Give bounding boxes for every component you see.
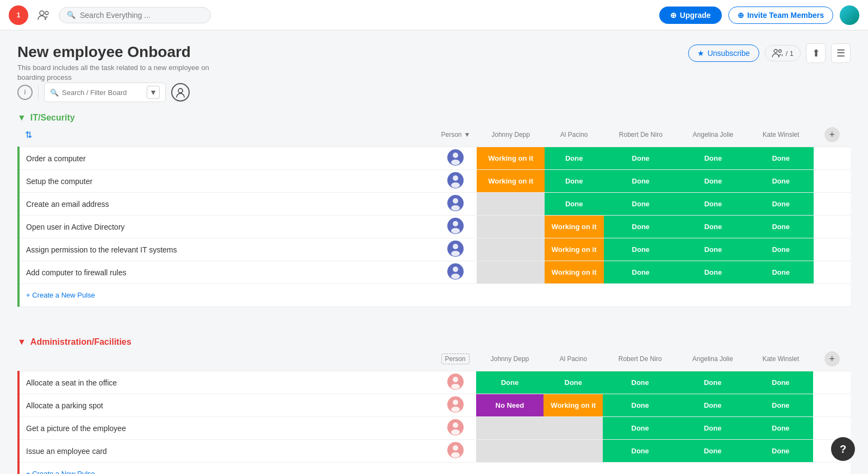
task-cell[interactable]: Assign permission to the relevant IT sys…	[18, 238, 435, 261]
status-cell[interactable]: Done	[604, 193, 678, 216]
admin-task-col-header	[18, 347, 435, 371]
status-cell[interactable]: Done	[678, 147, 748, 170]
page-content: New employee Onboard This board includes…	[0, 30, 868, 474]
person-avatar-cell[interactable]	[435, 147, 477, 170]
status-cell[interactable]	[544, 440, 603, 463]
status-cell[interactable]: Working on it	[545, 216, 604, 238]
group-admin-chevron[interactable]: ▼	[17, 337, 26, 347]
status-cell[interactable]: Done	[677, 394, 748, 417]
status-cell[interactable]: Done	[476, 371, 544, 394]
person-avatar-cell[interactable]	[435, 417, 476, 440]
status-cell[interactable]: No Need	[476, 394, 544, 417]
create-pulse-btn[interactable]: + Create a New Pulse	[18, 284, 851, 307]
status-cell[interactable]: Working on it	[544, 394, 603, 417]
status-cell[interactable]: Working on it	[477, 170, 544, 193]
status-cell[interactable]	[477, 193, 544, 216]
status-cell[interactable]	[477, 261, 544, 284]
group-it-chevron[interactable]: ▼	[17, 113, 26, 123]
menu-icon-btn[interactable]: ☰	[831, 43, 851, 63]
status-cell[interactable]: Done	[604, 261, 678, 284]
task-cell[interactable]: Order a computer	[18, 147, 435, 170]
it-person-col-header: Person ▼	[435, 123, 477, 147]
upgrade-button[interactable]: ⊕ Upgrade	[659, 7, 722, 24]
task-cell[interactable]: Add computer to firewall rules	[18, 261, 435, 284]
status-cell[interactable]: Done	[678, 216, 748, 238]
task-cell[interactable]: Get a picture of the employee	[18, 417, 435, 440]
status-cell[interactable]: Done	[678, 193, 748, 216]
status-cell[interactable]: Done	[748, 193, 814, 216]
svg-point-31	[453, 422, 458, 428]
status-cell[interactable]	[476, 440, 544, 463]
svg-point-1	[45, 11, 48, 15]
status-cell[interactable]: Done	[678, 261, 748, 284]
person-avatar-cell[interactable]	[435, 216, 477, 238]
status-cell[interactable]: Done	[748, 417, 813, 440]
status-cell[interactable]: Done	[545, 170, 604, 193]
status-cell[interactable]	[476, 417, 544, 440]
task-cell[interactable]: Setup the computer	[18, 170, 435, 193]
task-cell[interactable]: Create an email address	[18, 193, 435, 216]
group-it-title[interactable]: IT/Security	[30, 113, 75, 123]
task-cell[interactable]: Issue an employee card	[18, 440, 435, 463]
status-cell[interactable]: Done	[748, 261, 814, 284]
task-cell[interactable]: Allocate a parking spot	[18, 394, 435, 417]
unsubscribe-button[interactable]: ★ Unsubscribe	[688, 45, 759, 62]
invite-button[interactable]: ⊕ Invite Team Members	[728, 7, 833, 24]
status-cell[interactable]: Done	[677, 440, 748, 463]
status-cell[interactable]: Done	[545, 193, 604, 216]
task-cell[interactable]: Allocate a seat in the office	[18, 371, 435, 394]
create-pulse-admin-btn[interactable]: + Create a New Pulse	[18, 463, 851, 474]
status-cell[interactable]: Done	[748, 238, 814, 261]
person-avatar-cell[interactable]	[435, 238, 477, 261]
person-avatar-cell[interactable]	[435, 394, 476, 417]
status-cell[interactable]: Done	[748, 371, 813, 394]
info-button[interactable]: i	[17, 85, 33, 100]
status-cell[interactable]: Done	[603, 417, 677, 440]
status-cell[interactable]: Working on it	[477, 147, 544, 170]
status-cell[interactable]: Done	[678, 238, 748, 261]
status-cell[interactable]	[477, 216, 544, 238]
help-button[interactable]: ?	[831, 437, 855, 461]
status-cell[interactable]: Done	[604, 147, 678, 170]
status-cell[interactable]: Done	[748, 440, 813, 463]
status-cell[interactable]: Done	[678, 170, 748, 193]
members-badge[interactable]: + / 1	[765, 45, 801, 61]
status-cell[interactable]: Done	[603, 371, 677, 394]
group-admin-title[interactable]: Administration/Facilities	[30, 337, 132, 347]
search-input[interactable]	[80, 11, 189, 20]
status-cell[interactable]: Done	[545, 147, 604, 170]
status-cell[interactable]: Done	[677, 371, 748, 394]
filter-input[interactable]	[62, 89, 143, 97]
status-cell[interactable]: Done	[748, 147, 814, 170]
status-cell[interactable]: Done	[604, 216, 678, 238]
status-cell[interactable]	[477, 238, 544, 261]
user-avatar[interactable]	[840, 5, 859, 25]
add-column-button-admin[interactable]: +	[825, 351, 840, 366]
upload-icon-btn[interactable]: ⬆	[806, 43, 826, 63]
status-cell[interactable]: Done	[603, 440, 677, 463]
person-avatar-cell[interactable]	[435, 371, 476, 394]
status-cell[interactable]: Done	[748, 216, 814, 238]
filter-dropdown-arrow[interactable]: ▼	[147, 86, 160, 99]
status-cell[interactable]: Done	[544, 371, 603, 394]
person-filter-button[interactable]	[171, 83, 190, 102]
sort-icon[interactable]: ⇅	[25, 130, 32, 140]
person-avatar-cell[interactable]	[435, 261, 477, 284]
person-avatar-cell[interactable]	[435, 170, 477, 193]
status-cell[interactable]: Done	[748, 394, 813, 417]
people-icon-btn[interactable]	[35, 7, 52, 24]
status-cell[interactable]: Done	[604, 170, 678, 193]
it-col-robert: Robert De Niro	[604, 123, 678, 147]
status-cell[interactable]: Done	[603, 394, 677, 417]
add-column-button-it[interactable]: +	[825, 127, 840, 142]
status-cell[interactable]: Done	[748, 170, 814, 193]
status-cell[interactable]	[544, 417, 603, 440]
notification-button[interactable]: 1	[9, 5, 28, 25]
status-cell[interactable]: Working on it	[545, 238, 604, 261]
person-avatar-cell[interactable]	[435, 440, 476, 463]
person-avatar-cell[interactable]	[435, 193, 477, 216]
status-cell[interactable]: Working on it	[545, 261, 604, 284]
status-cell[interactable]: Done	[604, 238, 678, 261]
task-cell[interactable]: Open user in Active Directory	[18, 216, 435, 238]
status-cell[interactable]: Done	[677, 417, 748, 440]
